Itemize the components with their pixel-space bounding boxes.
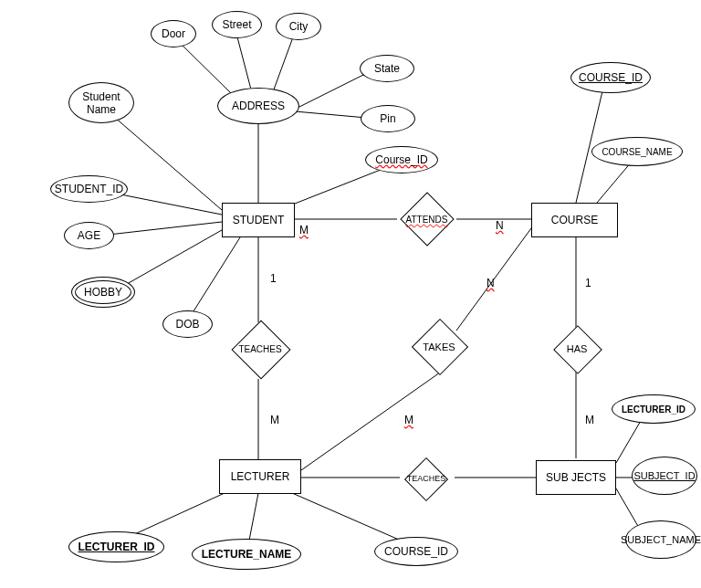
label-subjects: SUB JECTS <box>546 471 606 484</box>
card-m-teaches: M <box>270 414 279 426</box>
label-takes: TAKES <box>423 341 455 352</box>
attr-lecturer-id: LECTURER_ID <box>68 531 164 562</box>
svg-line-15 <box>597 162 632 203</box>
attr-student-name: Student Name <box>68 82 134 123</box>
card-n-attends: N <box>496 219 504 232</box>
attr-door: Door <box>151 20 196 47</box>
card-m-takes: M <box>404 414 413 426</box>
label-student: STUDENT <box>233 214 285 226</box>
label-state: State <box>374 62 400 75</box>
attr-age: AGE <box>64 222 114 249</box>
svg-line-21 <box>301 373 440 470</box>
rel-has: HAS <box>551 327 602 371</box>
attr-course-name: COURSE_NAME <box>591 137 683 166</box>
rel-teaches-2: TEACHES <box>398 461 455 496</box>
label-teaches-2: TEACHES <box>407 474 446 483</box>
attr-course-fk: Course_ID <box>365 146 438 173</box>
label-door: Door <box>162 27 185 40</box>
label-attends: ATTENDS <box>406 215 448 225</box>
entity-student: STUDENT <box>222 203 295 237</box>
label-age: AGE <box>78 229 100 242</box>
label-street: Street <box>222 18 251 31</box>
label-student-id: STUDENT_ID <box>55 183 123 195</box>
attr-address: ADDRESS <box>217 88 299 124</box>
label-course-id: COURSE_ID <box>579 71 643 84</box>
label-lecturer-course-id: COURSE_ID <box>384 545 448 558</box>
label-has: HAS <box>567 343 588 354</box>
attr-state: State <box>360 55 414 82</box>
attr-street: Street <box>212 11 262 38</box>
attr-course-id: COURSE_ID <box>570 62 651 93</box>
svg-line-3 <box>294 73 367 110</box>
label-subject-name: SUBJECT_NAME <box>621 534 701 545</box>
attr-subject-id: SUBJECT_ID <box>632 457 697 495</box>
rel-attends: ATTENDS <box>397 201 456 237</box>
attr-lecturer-id-top: LECTURER_ID <box>612 394 696 424</box>
label-address: ADDRESS <box>232 100 285 112</box>
attr-pin: Pin <box>361 105 415 132</box>
attr-student-id: STUDENT_ID <box>50 175 128 203</box>
card-1-teaches: 1 <box>270 272 277 285</box>
attr-city: City <box>276 13 321 40</box>
label-teaches-1: TEACHES <box>238 344 281 354</box>
rel-takes: TAKES <box>411 321 467 372</box>
svg-line-10 <box>187 237 240 321</box>
label-dob: DOB <box>175 318 199 331</box>
attr-lecture-name: LECTURE_NAME <box>192 539 301 570</box>
svg-line-25 <box>248 493 258 545</box>
svg-line-8 <box>100 222 222 236</box>
label-course-fk: Course_ID <box>375 153 427 166</box>
svg-line-9 <box>114 230 222 291</box>
entity-lecturer: LECTURER <box>219 459 301 494</box>
label-lecturer: LECTURER <box>231 470 290 483</box>
attr-lecturer-course-id: COURSE_ID <box>374 537 458 566</box>
label-city: City <box>289 20 309 33</box>
attr-hobby: HOBBY <box>71 277 135 308</box>
er-diagram: ADDRESS Door Street City State Pin Stude… <box>0 0 701 588</box>
attr-dob: DOB <box>162 310 213 338</box>
label-subject-id: SUBJECT_ID <box>633 470 695 481</box>
card-m-attends: M <box>299 224 309 236</box>
card-1-has: 1 <box>585 277 591 289</box>
attr-subject-name: SUBJECT_NAME <box>625 520 696 559</box>
label-hobby: HOBBY <box>84 286 122 299</box>
label-lecture-name: LECTURE_NAME <box>202 548 292 561</box>
entity-course: COURSE <box>531 203 618 237</box>
label-pin: Pin <box>380 112 395 125</box>
svg-line-1 <box>235 30 251 89</box>
svg-line-0 <box>175 38 233 95</box>
label-lecturer-id: LECTURER_ID <box>78 541 154 553</box>
svg-line-2 <box>274 35 294 89</box>
label-lecturer-id-top: LECTURER_ID <box>622 404 685 415</box>
card-m-has: M <box>585 414 594 426</box>
label-student-name: Student Name <box>71 90 131 116</box>
label-course: COURSE <box>551 214 598 226</box>
label-course-name: COURSE_NAME <box>602 147 672 157</box>
entity-subjects: SUB JECTS <box>536 460 616 495</box>
card-n-takes: N <box>487 277 495 289</box>
rel-teaches-1: TEACHES <box>228 321 292 376</box>
